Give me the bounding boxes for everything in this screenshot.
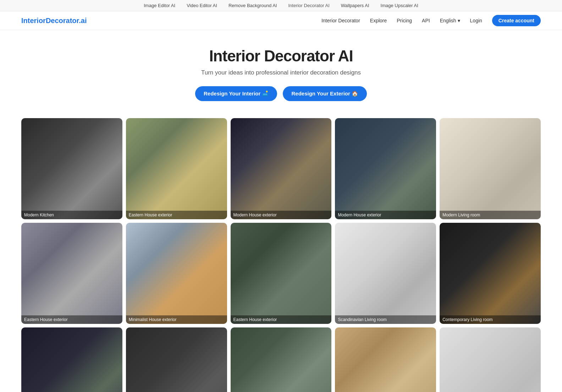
gallery-item[interactable]: Eastern House exterior (126, 118, 227, 219)
gallery-item[interactable]: Modern House exterior (440, 327, 541, 392)
gallery-grid: Modern KitchenEastern House exteriorMode… (21, 118, 541, 392)
gallery-item-label: Minimalist House exterior (126, 315, 227, 324)
gallery-item-label: Contemporary Living room (440, 315, 541, 324)
nav-links: Interior Decorator Explore Pricing API E… (321, 15, 541, 26)
gallery-item[interactable]: Scandinavian Living room (335, 223, 436, 324)
nav-pricing[interactable]: Pricing (397, 18, 412, 23)
gallery-item-label: Modern House exterior (231, 211, 332, 219)
hero-section: Interior Decorator AI Turn your ideas in… (0, 30, 562, 112)
chevron-down-icon: ▾ (458, 18, 460, 23)
redesign-interior-button[interactable]: Redesign Your Interior 🛋️ (195, 86, 277, 101)
topbar-link-wallpapers[interactable]: Wallpapers AI (341, 3, 369, 8)
navbar: InteriorDecorator.ai Interior Decorator … (0, 11, 562, 30)
topbar-link-image-editor[interactable]: Image Editor AI (144, 3, 175, 8)
hero-subtitle: Turn your ideas into professional interi… (7, 69, 555, 76)
gallery-item-label: Modern Living room (440, 211, 541, 219)
gallery-item[interactable]: Art deco Outdoor garden (231, 327, 332, 392)
gallery-item-label: Eastern House exterior (231, 315, 332, 324)
nav-explore[interactable]: Explore (370, 18, 387, 23)
site-logo[interactable]: InteriorDecorator.ai (21, 17, 87, 25)
gallery-item-label: Modern House exterior (335, 211, 436, 219)
gallery-item[interactable]: Modern Living room (440, 118, 541, 219)
topbar-link-remove-bg[interactable]: Remove Background AI (228, 3, 277, 8)
gallery-item[interactable]: Modern Kitchen (21, 118, 122, 219)
gallery-item[interactable]: Contemporary Living room (440, 223, 541, 324)
gallery-item[interactable]: Minimalist House exterior (126, 223, 227, 324)
gallery-item-label: Eastern House exterior (126, 211, 227, 219)
gallery-item[interactable]: Modern House exterior (231, 118, 332, 219)
gallery-item[interactable]: Eastern House exterior (231, 223, 332, 324)
gallery-section: Modern KitchenEastern House exteriorMode… (0, 112, 562, 392)
gallery-item-label: Scandinavian Living room (335, 315, 436, 324)
nav-api[interactable]: API (422, 18, 430, 23)
gallery-item[interactable]: Modern House exterior (335, 118, 436, 219)
gallery-item[interactable]: Eastern House exterior (126, 327, 227, 392)
top-bar: Image Editor AI Video Editor AI Remove B… (0, 0, 562, 11)
login-button[interactable]: Login (470, 18, 482, 23)
gallery-item[interactable]: Eastern House exterior (21, 223, 122, 324)
hero-title: Interior Decorator AI (7, 47, 555, 65)
gallery-item[interactable]: Modern House exterior (21, 327, 122, 392)
create-account-button[interactable]: Create account (492, 15, 541, 26)
redesign-exterior-button[interactable]: Redesign Your Exterior 🏠 (283, 86, 367, 101)
gallery-item[interactable]: Eastern Bath room (335, 327, 436, 392)
topbar-link-video-editor[interactable]: Video Editor AI (187, 3, 217, 8)
hero-buttons: Redesign Your Interior 🛋️ Redesign Your … (7, 86, 555, 101)
gallery-item-label: Eastern House exterior (21, 315, 122, 324)
gallery-item-label: Modern Kitchen (21, 211, 122, 219)
topbar-link-image-upscaler[interactable]: Image Upscaler AI (381, 3, 418, 8)
nav-language[interactable]: English ▾ (440, 18, 460, 23)
topbar-link-interior-decorator[interactable]: Interior Decorator AI (288, 3, 329, 8)
nav-interior-decorator[interactable]: Interior Decorator (321, 18, 360, 23)
